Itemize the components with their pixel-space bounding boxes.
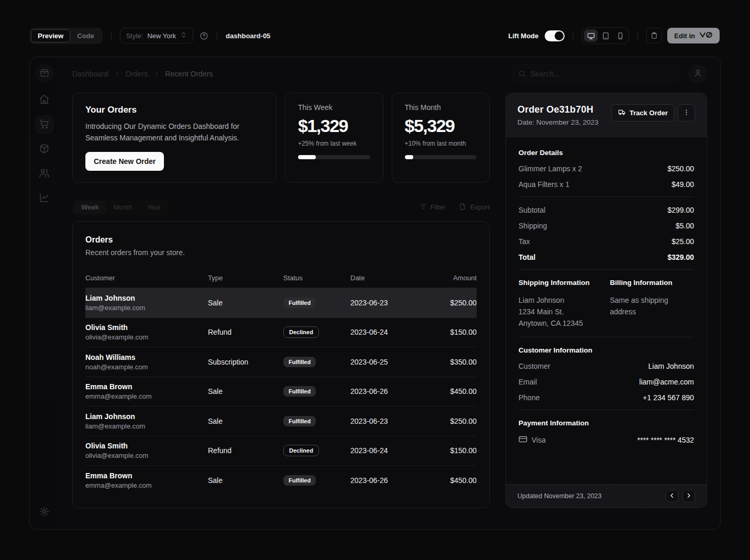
order-type: Sale (208, 387, 283, 396)
order-type: Sale (208, 417, 283, 425)
order-date: 2023-06-26 (350, 387, 429, 396)
package-icon (39, 143, 50, 156)
filter-label: Filter (431, 203, 446, 211)
customer-value: Liam Johnson (648, 362, 694, 370)
filter-button[interactable]: Filter (420, 203, 446, 212)
order-details-heading: Order Details (519, 149, 694, 157)
create-new-order-button[interactable]: Create New Order (85, 152, 164, 171)
chevron-right-icon (153, 71, 160, 78)
filter-icon (420, 203, 427, 212)
device-phone-button[interactable] (613, 29, 627, 42)
breadcrumb-dashboard[interactable]: Dashboard (72, 70, 108, 78)
order-amount: $250.00 (429, 299, 477, 307)
order-amount: $150.00 (429, 328, 477, 336)
chevron-right-icon (686, 492, 692, 500)
order-date-label: Date: November 23, 2023 (517, 118, 599, 126)
table-row[interactable]: Olivia Smitholivia@example.com Refund De… (85, 436, 477, 466)
more-options-button[interactable] (678, 104, 695, 122)
table-row[interactable]: Noah Williamsnoah@example.com Subscripti… (85, 347, 477, 377)
divider (519, 337, 694, 337)
stat-delta: +10% from last month (405, 140, 477, 147)
device-tablet-button[interactable] (599, 29, 612, 42)
switch-knob (555, 31, 564, 40)
orders-table-card: Orders Recent orders from your store. Cu… (72, 221, 490, 508)
sidebar-item-analytics[interactable] (35, 189, 54, 208)
style-value: New York (147, 32, 176, 40)
edit-in-v0-button[interactable]: Edit in (667, 28, 720, 43)
table-row[interactable]: Liam Johnsonliam@example.com Sale Fulfil… (85, 288, 477, 318)
order-date: 2023-06-24 (350, 328, 429, 336)
period-tabs: Week Month Year (72, 199, 170, 215)
sidebar (30, 57, 59, 529)
card-number: **** **** **** 4532 (637, 436, 694, 444)
stat-card-month: This Month $5,329 +10% from last month (392, 93, 490, 183)
track-order-button[interactable]: Track Order (611, 104, 675, 122)
line-item: Aqua Filters x 1$49.00 (519, 180, 694, 189)
order-date: 2023-06-25 (350, 358, 429, 366)
sidebar-item-settings[interactable] (35, 503, 54, 522)
billing-text: Same as shipping address (610, 294, 678, 317)
divider (573, 31, 573, 40)
avatar[interactable] (688, 64, 707, 83)
table-row[interactable]: Liam Johnsonliam@example.com Sale Fulfil… (85, 407, 477, 436)
breadcrumb-orders[interactable]: Orders (126, 70, 148, 78)
tab-month[interactable]: Month (106, 201, 140, 214)
tab-code[interactable]: Code (70, 29, 101, 42)
col-date: Date (350, 274, 429, 282)
user-icon (693, 68, 703, 80)
table-row[interactable]: Emma Brownemma@example.com Sale Fulfille… (85, 466, 477, 496)
phone-row: Phone+1 234 567 890 (519, 393, 694, 402)
divider (519, 196, 694, 197)
status-badge: Fulfilled (283, 357, 316, 367)
progress-fill (405, 155, 414, 159)
help-icon[interactable] (200, 31, 208, 40)
payment-method: Visa (532, 436, 546, 444)
subtotal-value: $299.00 (667, 206, 694, 214)
progress-bar (405, 155, 477, 159)
sidebar-item-orders[interactable] (35, 115, 54, 134)
tab-week[interactable]: Week (74, 201, 106, 214)
orders-column: Your Orders Introducing Our Dynamic Orde… (72, 93, 490, 508)
order-body: Order Details Glimmer Lamps x 2$250.00 A… (506, 137, 707, 484)
track-order-label: Track Order (630, 109, 668, 117)
customer-email: noah@example.com (85, 363, 208, 371)
chevrons-up-down-icon (180, 31, 187, 40)
sidebar-item-customers[interactable] (35, 164, 54, 183)
line-item: Glimmer Lamps x 2$250.00 (519, 164, 694, 173)
gear-icon (39, 506, 50, 519)
stat-value: $1,329 (298, 116, 370, 136)
divider (519, 269, 694, 270)
shipping-info-heading: Shipping Information (519, 279, 603, 287)
next-order-button[interactable] (682, 490, 695, 502)
order-pagination (666, 490, 695, 502)
status-badge: Fulfilled (283, 475, 316, 486)
shopping-cart-icon (39, 118, 50, 131)
sidebar-item-dashboard[interactable] (35, 91, 54, 109)
shipping-value: $5.00 (676, 222, 694, 230)
order-date: 2023-06-23 (350, 299, 429, 307)
shipping-info: Shipping Information Liam Johnson 1234 M… (519, 279, 603, 329)
divider (637, 31, 638, 40)
logo-button[interactable] (35, 64, 54, 83)
shipping-line: 1234 Main St. (519, 306, 603, 317)
device-desktop-button[interactable] (584, 29, 598, 42)
clipboard-copy-button[interactable] (646, 28, 662, 43)
table-header: Customer Type Status Date Amount (85, 268, 477, 288)
sidebar-item-products[interactable] (35, 140, 54, 159)
style-select[interactable]: Style: New York (120, 28, 193, 43)
status-badge: Fulfilled (283, 298, 316, 308)
customer-name: Noah Williams (85, 353, 208, 361)
customer-name: Emma Brown (85, 471, 208, 480)
app-frame: Dashboard Orders Recent Orders Your Orde… (29, 57, 721, 530)
status-badge: Declined (283, 326, 319, 338)
lift-mode-switch[interactable] (545, 30, 565, 41)
previous-order-button[interactable] (666, 490, 678, 502)
search-input[interactable] (512, 64, 680, 83)
tab-preview[interactable]: Preview (31, 29, 70, 42)
export-button[interactable]: Export (459, 203, 490, 212)
table-row[interactable]: Emma Brownemma@example.com Sale Fulfille… (85, 377, 477, 407)
table-row[interactable]: Olivia Smitholivia@example.com Refund De… (85, 318, 477, 348)
tab-year[interactable]: Year (140, 201, 168, 214)
order-type: Subscription (208, 358, 283, 366)
order-type: Sale (208, 476, 283, 485)
